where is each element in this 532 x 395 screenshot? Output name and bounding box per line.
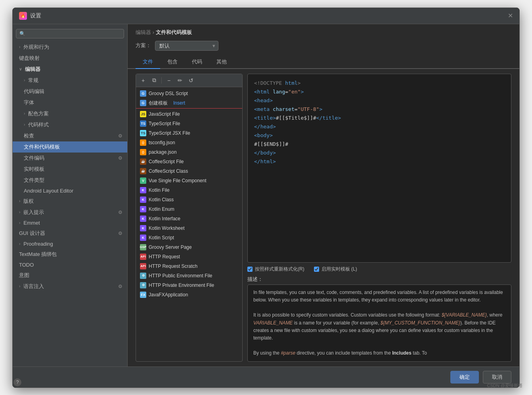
coffee-icon: ☕ (140, 158, 146, 165)
file-item-create-template[interactable]: G 创建模板 Insert (136, 98, 242, 108)
arrow-icon: › (19, 210, 20, 214)
env-icon: ⚙ (140, 282, 146, 288)
file-item-tsconfig[interactable]: {} tsconfig.json (136, 138, 242, 147)
sidebar: › 外观和行为 键盘映射 ∨ 编辑器 › 常规 代码编辑 字体 › 配色 (13, 24, 128, 366)
file-item-js[interactable]: JS JavaScript File (136, 109, 242, 119)
sidebar-item-android-layout[interactable]: Android Layout Editor (13, 186, 127, 196)
toolbar-separator (161, 77, 162, 84)
groovy-icon: G (140, 90, 146, 97)
breadcrumb: 编辑器 › 文件和代码模板 (128, 24, 519, 39)
sidebar-item-copyright[interactable]: › 版权 (13, 196, 127, 207)
sidebar-item-language-injection[interactable]: › 语言注入 ⚙ (13, 281, 127, 292)
help-button[interactable]: ? (13, 378, 21, 386)
dialog-title: 设置 (30, 12, 41, 19)
tabs: 文件 包含 代码 其他 (128, 55, 519, 69)
sidebar-item-general[interactable]: › 常规 (13, 75, 127, 86)
arrow-icon: › (24, 122, 25, 127)
file-item-groovy-server[interactable]: GSP Groovy Server Page (136, 242, 242, 252)
sidebar-item-intention[interactable]: 意图 (13, 270, 127, 281)
tab-includes[interactable]: 包含 (160, 55, 185, 69)
arrow-icon: › (19, 199, 20, 203)
remove-button[interactable]: − (164, 76, 174, 85)
file-item-coffeescript-class[interactable]: ☕ CoffeeScript Class (136, 166, 242, 176)
sidebar-item-file-templates[interactable]: 文件和代码模板 (13, 141, 127, 153)
js-icon: JS (140, 111, 146, 117)
sidebar-item-keymap[interactable]: 键盘映射 (13, 53, 127, 64)
groovy-icon: G (140, 100, 146, 106)
file-item-javafx[interactable]: FX JavaFXApplication (136, 290, 242, 300)
sidebar-item-inlay-hints[interactable]: › 嵌入提示 ⚙ (13, 207, 127, 218)
insert-hint: Insert (173, 100, 185, 106)
scheme-select-wrap: 默认 (155, 41, 218, 51)
file-item-ts[interactable]: TS TypeScript File (136, 119, 242, 128)
javafx-icon: FX (140, 292, 146, 298)
file-item-kotlin-class[interactable]: K Kotlin Class (136, 195, 242, 204)
file-item-http-private[interactable]: ⚙ HTTP Private Environment File (136, 281, 242, 290)
add-button[interactable]: + (138, 76, 148, 85)
reformat-checkbox[interactable]: 按照样式重新格式化(R) (247, 266, 304, 273)
sidebar-item-appearance[interactable]: › 外观和行为 (13, 42, 127, 53)
tab-other[interactable]: 其他 (209, 55, 234, 69)
settings-icon: ⚙ (118, 155, 122, 161)
confirm-button[interactable]: 确定 (450, 371, 479, 384)
sidebar-item-textmate[interactable]: TextMate 插绑包 (13, 249, 127, 260)
code-editor[interactable]: <!DOCTYPE html> <html lang="en"> <head> … (247, 74, 511, 263)
sidebar-item-proofreading[interactable]: › Proofreading (13, 239, 127, 249)
file-item-tsx[interactable]: TS TypeScript JSX File (136, 128, 242, 138)
file-list-toolbar: + ⧉ − ✏ ↺ (136, 74, 242, 87)
copy-button[interactable]: ⧉ (149, 76, 159, 85)
file-item-kotlin-interface[interactable]: K Kotlin Interface (136, 214, 242, 223)
live-template-checkbox[interactable]: 启用实时模板 (L) (314, 266, 357, 273)
file-item-groovy-dsl[interactable]: G Groovy DSL Script (136, 89, 242, 98)
arrow-icon: › (19, 242, 20, 246)
sidebar-item-code-style[interactable]: › 代码样式 (13, 119, 127, 130)
file-item-kotlin-enum[interactable]: K Kotlin Enum (136, 204, 242, 214)
file-item-http-request[interactable]: API HTTP Request (136, 252, 242, 261)
cancel-button[interactable]: 取消 (483, 371, 511, 384)
sidebar-item-editor[interactable]: ∨ 编辑器 (13, 64, 127, 75)
sidebar-item-file-encoding[interactable]: 文件编码 ⚙ (13, 153, 127, 164)
env-icon: ⚙ (140, 273, 146, 279)
file-list-panel: + ⧉ − ✏ ↺ G Groovy DSL Script G (136, 74, 243, 362)
kotlin-icon: K (140, 206, 146, 212)
arrow-icon: ∨ (19, 67, 22, 71)
tsx-icon: TS (140, 130, 146, 136)
description-box: In file templates, you can use text, cod… (247, 284, 511, 362)
rename-button[interactable]: ✏ (175, 76, 185, 85)
file-item-kotlin-worksheet[interactable]: K Kotlin Worksheet (136, 223, 242, 233)
file-item-package-json[interactable]: {} package.json (136, 147, 242, 157)
search-input[interactable] (16, 29, 124, 38)
scheme-select[interactable]: 默认 (155, 41, 218, 51)
code-panel: <!DOCTYPE html> <html lang="en"> <head> … (247, 74, 511, 362)
scheme-label: 方案： (136, 42, 151, 49)
sidebar-item-inspections[interactable]: 检查 ⚙ (13, 130, 127, 141)
file-item-http-scratch[interactable]: API HTTP Request Scratch (136, 261, 242, 271)
sidebar-item-live-templates[interactable]: 实时模板 (13, 164, 127, 175)
close-button[interactable]: ✕ (507, 13, 513, 19)
watermark: CSDN @爱慢斯塔 (487, 383, 522, 389)
arrow-icon: › (24, 78, 25, 82)
file-item-kotlin-file[interactable]: K Kotlin File (136, 185, 242, 195)
sidebar-item-emmet[interactable]: › Emmet (13, 218, 127, 228)
json-icon: {} (140, 139, 146, 146)
reset-button[interactable]: ↺ (186, 76, 196, 85)
tab-code[interactable]: 代码 (185, 55, 209, 69)
tab-files[interactable]: 文件 (136, 55, 160, 69)
ts-icon: TS (140, 120, 146, 127)
settings-dialog: 🔥 设置 ✕ › 外观和行为 键盘映射 ∨ 编辑器 › 常规 (12, 8, 520, 388)
sidebar-item-gui-designer[interactable]: GUI 设计器 ⚙ (13, 228, 127, 239)
content-area: 编辑器 › 文件和代码模板 方案： 默认 文件 包含 代码 其他 (128, 24, 519, 366)
kotlin-icon: K (140, 216, 146, 222)
sidebar-item-code-editing[interactable]: 代码编辑 (13, 86, 127, 97)
file-item-http-public[interactable]: ⚙ HTTP Public Environment File (136, 271, 242, 281)
file-item-vue[interactable]: V Vue Single File Component (136, 176, 242, 185)
sidebar-item-todo[interactable]: TODO (13, 260, 127, 270)
sidebar-item-font[interactable]: 字体 (13, 97, 127, 108)
sidebar-item-color-scheme[interactable]: › 配色方案 (13, 108, 127, 119)
sidebar-item-file-types[interactable]: 文件类型 (13, 175, 127, 186)
description-label: 描述： (247, 276, 511, 283)
file-item-coffeescript[interactable]: ☕ CoffeeScript File (136, 157, 242, 166)
settings-icon: ⚙ (118, 284, 122, 289)
file-item-kotlin-script[interactable]: K Kotlin Script (136, 233, 242, 242)
app-icon: 🔥 (19, 12, 27, 20)
